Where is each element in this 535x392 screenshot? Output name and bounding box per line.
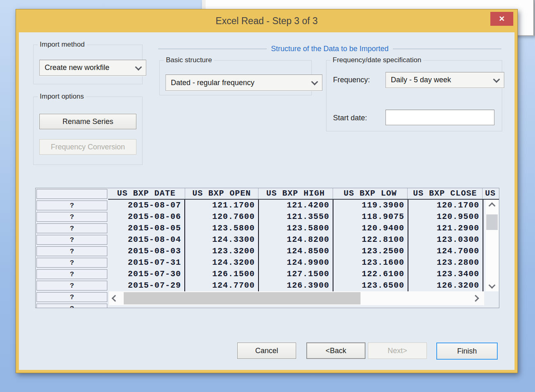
table-row: 2015-07-31124.3200124.9900123.1600123.28… — [108, 257, 499, 268]
table-cell: 124.3200 — [185, 257, 259, 268]
row-header-cell[interactable]: ? — [36, 223, 107, 233]
column-header-row: US BXP DATEUS BXP OPENUS BXP HIGHUS BXP … — [108, 188, 499, 200]
row-header-cell[interactable]: ? — [36, 292, 107, 302]
row-header-cell[interactable]: ? — [36, 269, 107, 279]
table-cell: 124.7000 — [408, 246, 483, 257]
table-cell: 124.8500 — [259, 246, 333, 257]
table-cell: 123.3200 — [185, 246, 259, 257]
close-button[interactable]: ✕ — [490, 12, 513, 26]
table-cell: 120.7600 — [185, 211, 259, 223]
row-header-cell[interactable]: ? — [36, 304, 107, 308]
frequency-conversion-button[interactable]: Frequency Conversion — [39, 139, 136, 155]
table-row: 2015-08-03123.3200124.8500123.2500124.70… — [108, 246, 499, 257]
horizontal-scroll-thumb[interactable] — [124, 292, 360, 304]
table-row: 2015-08-07121.1700121.4200119.3900120.17… — [108, 200, 499, 211]
table-cell: 123.1600 — [333, 257, 408, 268]
data-preview-table: ?????????? US BXP DATEUS BXP OPENUS BXP … — [35, 188, 499, 308]
rename-series-label: Rename Series — [62, 117, 113, 126]
table-cell: 126.3900 — [259, 280, 333, 291]
table-cell: 121.2900 — [408, 223, 483, 234]
table-cell: 121.4200 — [259, 200, 333, 211]
table-rows: 2015-08-07121.1700121.4200119.3900120.17… — [108, 200, 499, 291]
scroll-up-button[interactable] — [485, 200, 499, 210]
table-row: 2015-08-06120.7600121.3550118.9075120.95… — [108, 211, 499, 223]
table-cell: 119.3900 — [333, 200, 408, 211]
column-header-cell[interactable]: US BXP DATE — [108, 188, 185, 199]
row-header-cell[interactable]: ? — [36, 258, 107, 268]
import-method-value: Create new workfile — [45, 63, 109, 72]
row-header-blank-cell[interactable] — [36, 189, 107, 199]
finish-label: Finish — [457, 347, 477, 356]
table-row: 2015-08-05123.5800123.5800120.9400121.29… — [108, 223, 499, 234]
frequency-dropdown[interactable]: Daily - 5 day week — [385, 72, 504, 88]
row-header-cell[interactable]: ? — [36, 235, 107, 245]
column-header-cell[interactable]: US — [483, 188, 499, 199]
table-cell: 126.1500 — [185, 268, 259, 280]
structure-section-title: Structure of the Data to be Imported — [267, 45, 392, 53]
table-cell: 123.6500 — [333, 280, 408, 291]
chevron-right-icon — [472, 295, 479, 302]
basic-structure-dropdown[interactable]: Dated - regular frequency — [165, 74, 322, 91]
table-cell: 2015-08-03 — [108, 246, 185, 257]
table-cell: 2015-07-30 — [108, 268, 185, 280]
import-method-label: Import method — [38, 41, 87, 49]
import-options-label: Import options — [38, 92, 86, 101]
column-header-cell[interactable]: US BXP HIGH — [258, 188, 333, 199]
table-cell: 124.3300 — [185, 234, 259, 246]
table-cell: 124.9900 — [259, 257, 333, 268]
chevron-up-icon — [489, 203, 496, 210]
excel-read-dialog: Excel Read - Step 3 of 3 ✕ Import method… — [16, 9, 518, 373]
back-label: <Back — [326, 347, 347, 355]
table-row: 2015-08-04124.3300124.8200122.8100123.03… — [108, 234, 499, 246]
table-cell: 123.3400 — [408, 268, 483, 280]
next-button[interactable]: Next> — [368, 342, 427, 359]
next-label: Next> — [388, 347, 407, 355]
row-header-cell[interactable]: ? — [36, 281, 107, 291]
structure-section-header: Structure of the Data to be Imported — [158, 45, 501, 53]
basic-structure-label: Basic structure — [164, 56, 214, 64]
table-cell: 121.3550 — [259, 211, 333, 223]
column-header-cell[interactable]: US BXP LOW — [333, 188, 408, 199]
row-header-cell[interactable]: ? — [36, 246, 107, 256]
frequency-conversion-label: Frequency Conversion — [51, 143, 125, 151]
dialog-title: Excel Read - Step 3 of 3 — [16, 9, 517, 32]
scroll-down-button[interactable] — [485, 281, 499, 291]
column-header-cell[interactable]: US BXP CLOSE — [408, 188, 483, 199]
back-button[interactable]: <Back — [306, 342, 365, 359]
table-cell: 118.9075 — [333, 211, 408, 223]
close-icon: ✕ — [499, 14, 505, 23]
table-cell: 123.5800 — [259, 223, 333, 234]
frequency-label: Frequency: — [333, 76, 370, 84]
header-rule-left — [158, 49, 267, 49]
import-method-dropdown[interactable]: Create new workfile — [39, 60, 146, 76]
table-cell: 120.1700 — [408, 200, 483, 211]
table-data-area: US BXP DATEUS BXP OPENUS BXP HIGHUS BXP … — [108, 188, 499, 308]
chevron-down-icon — [135, 63, 142, 70]
chevron-down-icon — [489, 282, 496, 289]
scroll-left-button[interactable] — [109, 291, 121, 305]
dialog-titlebar[interactable]: Excel Read - Step 3 of 3 ✕ — [16, 9, 517, 32]
table-cell: 123.0300 — [408, 234, 483, 246]
table-cell: 122.8100 — [333, 234, 408, 246]
cancel-button[interactable]: Cancel — [237, 342, 296, 359]
row-header-cell[interactable]: ? — [36, 201, 107, 210]
vertical-scroll-thumb[interactable] — [486, 214, 498, 230]
scroll-right-button[interactable] — [469, 291, 482, 305]
column-header-cell[interactable]: US BXP OPEN — [185, 188, 259, 199]
chevron-down-icon — [311, 79, 318, 86]
vertical-scrollbar[interactable] — [485, 200, 499, 291]
rename-series-button[interactable]: Rename Series — [39, 114, 136, 129]
frequency-spec-label: Frequency/date specification — [331, 56, 423, 64]
horizontal-scrollbar[interactable] — [109, 291, 484, 305]
start-date-input[interactable] — [385, 110, 494, 125]
frequency-value: Daily - 5 day week — [391, 76, 451, 84]
row-header-column: ?????????? — [36, 188, 108, 308]
table-cell: 126.3200 — [408, 280, 483, 291]
table-cell: 123.2500 — [333, 246, 408, 257]
finish-button[interactable]: Finish — [436, 342, 498, 360]
table-cell: 2015-07-29 — [108, 280, 185, 291]
table-cell: 124.7700 — [185, 280, 259, 291]
cancel-label: Cancel — [255, 347, 278, 355]
row-header-cell[interactable]: ? — [36, 212, 107, 222]
start-date-label: Start date: — [333, 114, 367, 122]
